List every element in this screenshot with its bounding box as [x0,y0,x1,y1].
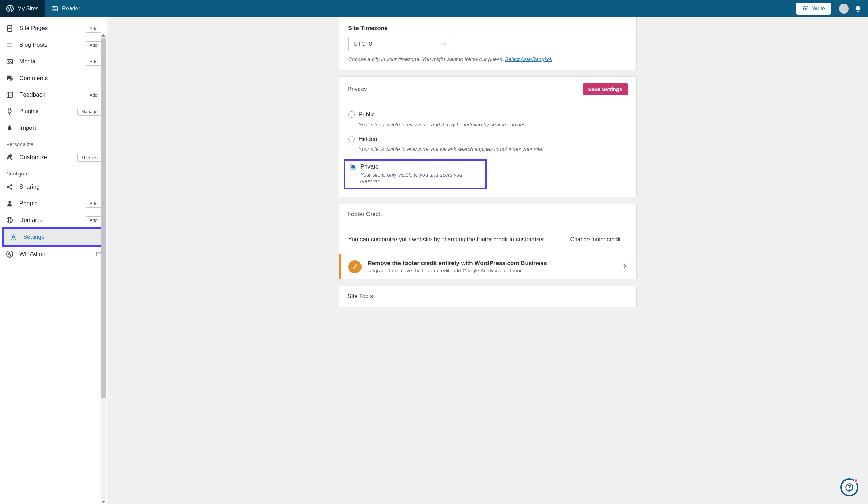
sidebar-item-wp-admin[interactable]: WP Admin [0,246,107,262]
site-tools-title: Site Tools [348,293,373,300]
feedback-icon [6,91,14,99]
svg-point-14 [8,60,9,62]
write-button[interactable]: Write [796,3,831,15]
sidebar-item-settings[interactable]: Settings [4,229,102,245]
sidebar-item-label: WP Admin [19,251,47,258]
footer-credit-card: Footer Credit You can customize your web… [339,204,637,279]
sidebar-item-label: Customize [19,154,47,161]
share-icon [6,183,14,191]
timezone-card: Site Timezone UTC+0 Choose a city in you… [339,17,637,70]
write-plus-icon [802,5,810,12]
svg-rect-15 [7,92,13,98]
radio-private[interactable] [350,164,356,170]
sidebar-badge[interactable]: Add [86,41,101,49]
svg-rect-13 [7,60,13,64]
posts-icon [6,41,14,49]
chevron-down-icon [441,41,447,47]
sidebar-item-customize[interactable]: Customize Themes [0,149,107,166]
site-tools-card: Site Tools [339,286,637,307]
masterbar-reader[interactable]: Reader [45,0,86,17]
masterbar-my-sites-label: My Sites [17,6,38,12]
svg-point-28 [7,251,13,257]
privacy-card: Privacy Save Settings PublicYour site is… [339,76,637,197]
masterbar: My Sites Reader Write [0,0,868,17]
pencil-circle-icon [348,260,362,273]
sidebar-item-feedback[interactable]: FeedbackAdd [0,87,107,103]
tools-icon [6,153,14,162]
svg-point-17 [10,94,11,96]
import-icon [6,124,14,132]
svg-line-22 [8,187,11,189]
masterbar-spacer [86,0,792,17]
chevron-right-icon [621,262,629,271]
sidebar-badge[interactable]: Manage [77,108,101,116]
scroll-down-icon [101,501,106,503]
sidebar-item-media[interactable]: MediaAdd [0,53,107,70]
write-button-label: Write [812,6,825,12]
scroll-track [101,38,106,499]
upsell-sub: Upgrade to remove the footer credit, add… [368,268,547,273]
page-icon [6,24,14,33]
timezone-label: Site Timezone [348,25,627,32]
sidebar-item-blog-posts[interactable]: Blog PostsAdd [0,37,107,53]
domains-icon [6,216,14,224]
radio-label: Public [359,111,375,118]
radio-public[interactable] [348,111,355,118]
sidebar: Site PagesAddBlog PostsAddMediaAddCommen… [0,17,107,504]
profile-avatar[interactable] [839,4,849,14]
annotation-private-highlight: PrivateYour site is only visible to you … [344,159,487,189]
sidebar-item-people[interactable]: PeopleAdd [0,195,107,212]
timezone-suggest-link[interactable]: Select Asia/Bangkok [505,56,552,62]
sidebar-item-plugins[interactable]: PluginsManage [0,103,107,120]
masterbar-my-sites[interactable]: My Sites [0,0,45,17]
sidebar-item-label: Site Pages [19,25,48,32]
notifications-bell-icon[interactable] [854,5,862,12]
svg-line-21 [8,185,11,187]
radio-hidden[interactable] [348,136,355,142]
sidebar-badge[interactable]: Add [86,200,101,208]
sidebar-item-label: People [19,200,38,207]
scroll-thumb[interactable] [101,38,106,398]
sidebar-badge[interactable]: Add [86,91,101,99]
sidebar-item-site-pages[interactable]: Site PagesAdd [0,20,107,37]
sidebar-item-label: Plugins [19,108,39,115]
radio-label: Hidden [359,136,377,143]
radio-desc: Your site is visible to everyone, but we… [359,146,627,152]
radio-desc: Your site is visible to everyone, and it… [359,122,627,127]
sidebar-item-comments[interactable]: Comments [0,70,107,87]
sidebar-scrollbar[interactable] [101,34,106,503]
footer-credit-title: Footer Credit [348,211,382,218]
sidebar-item-label: Comments [19,75,48,82]
annotation-settings-highlight: Settings [2,227,104,247]
sidebar-item-domains[interactable]: DomainsAdd [0,212,107,228]
help-fab-button[interactable] [840,478,858,496]
change-footer-credit-button[interactable]: Change footer credit [564,233,627,246]
sidebar-heading-personalize: Personalize [0,136,107,149]
privacy-option-hidden: HiddenYour site is visible to everyone, … [348,134,627,159]
svg-rect-1 [52,7,58,11]
help-notification-dot [854,479,858,483]
svg-point-27 [12,236,15,238]
timezone-hint-text: Choose a city in your timezone. You migh… [348,56,505,62]
sidebar-badge-themes[interactable]: Themes [77,154,101,162]
sidebar-item-label: Sharing [19,183,40,190]
save-settings-button[interactable]: Save Settings [583,83,628,95]
privacy-option-public: PublicYour site is visible to everyone, … [348,110,627,134]
sidebar-item-import[interactable]: Import [0,120,107,136]
sidebar-badge[interactable]: Add [86,216,101,224]
sidebar-item-label: Settings [23,234,44,241]
sidebar-badge[interactable]: Add [86,25,101,33]
timezone-select[interactable]: UTC+0 [348,37,452,51]
privacy-title: Privacy [348,86,367,93]
sidebar-item-sharing[interactable]: Sharing [0,179,107,195]
radio-label: Private [360,163,379,170]
sidebar-badge[interactable]: Add [86,58,101,66]
sidebar-item-label: Media [19,58,35,65]
sidebar-item-label: Feedback [19,91,45,98]
sidebar-heading-configure: Configure [0,166,107,179]
reader-icon [51,5,58,12]
footer-credit-upsell[interactable]: Remove the footer credit entirely with W… [339,254,636,279]
upsell-title: Remove the footer credit entirely with W… [368,260,547,267]
timezone-hint: Choose a city in your timezone. You migh… [348,56,627,62]
sidebar-item-label: Blog Posts [19,42,47,48]
